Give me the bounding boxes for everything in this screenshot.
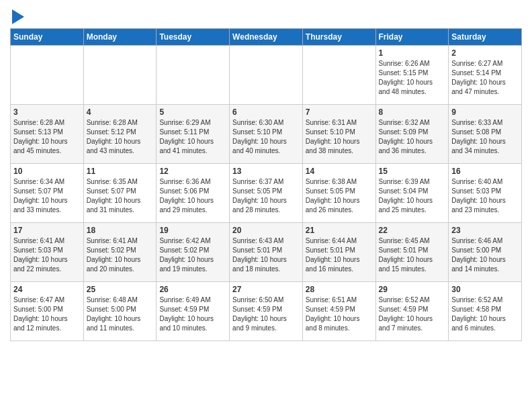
calendar-cell-4-4: 20Sunrise: 6:43 AM Sunset: 5:01 PM Dayli… xyxy=(230,223,303,282)
weekday-header-row: SundayMondayTuesdayWednesdayThursdayFrid… xyxy=(11,29,522,46)
calendar-cell-2-7: 9Sunrise: 6:33 AM Sunset: 5:08 PM Daylig… xyxy=(449,105,522,164)
calendar-cell-1-4 xyxy=(230,46,303,105)
day-info: Sunrise: 6:27 AM Sunset: 5:14 PM Dayligh… xyxy=(451,59,519,97)
weekday-header-monday: Monday xyxy=(83,29,157,46)
header xyxy=(10,7,522,23)
weekday-header-friday: Friday xyxy=(375,29,449,46)
calendar-cell-1-3 xyxy=(157,46,230,105)
day-info: Sunrise: 6:40 AM Sunset: 5:03 PM Dayligh… xyxy=(451,177,519,215)
calendar-cell-3-6: 15Sunrise: 6:39 AM Sunset: 5:04 PM Dayli… xyxy=(375,164,449,223)
calendar-cell-1-6: 1Sunrise: 6:26 AM Sunset: 5:15 PM Daylig… xyxy=(375,46,449,105)
weekday-header-tuesday: Tuesday xyxy=(157,29,230,46)
day-info: Sunrise: 6:37 AM Sunset: 5:05 PM Dayligh… xyxy=(232,177,300,215)
day-info: Sunrise: 6:52 AM Sunset: 4:58 PM Dayligh… xyxy=(451,295,519,333)
day-info: Sunrise: 6:41 AM Sunset: 5:03 PM Dayligh… xyxy=(13,236,81,274)
calendar-cell-5-3: 26Sunrise: 6:49 AM Sunset: 4:59 PM Dayli… xyxy=(157,282,230,341)
day-number: 5 xyxy=(159,107,226,117)
day-info: Sunrise: 6:32 AM Sunset: 5:09 PM Dayligh… xyxy=(379,118,446,156)
day-info: Sunrise: 6:28 AM Sunset: 5:12 PM Dayligh… xyxy=(87,118,154,156)
day-info: Sunrise: 6:36 AM Sunset: 5:06 PM Dayligh… xyxy=(159,177,226,215)
day-info: Sunrise: 6:46 AM Sunset: 5:00 PM Dayligh… xyxy=(451,236,519,274)
day-number: 26 xyxy=(159,285,226,294)
calendar-cell-5-5: 28Sunrise: 6:51 AM Sunset: 4:59 PM Dayli… xyxy=(302,282,375,341)
calendar-cell-5-1: 24Sunrise: 6:47 AM Sunset: 5:00 PM Dayli… xyxy=(11,282,84,341)
logo xyxy=(10,9,24,23)
day-info: Sunrise: 6:31 AM Sunset: 5:10 PM Dayligh… xyxy=(306,118,373,156)
day-number: 18 xyxy=(87,226,154,235)
calendar-cell-3-5: 14Sunrise: 6:38 AM Sunset: 5:05 PM Dayli… xyxy=(302,164,375,223)
day-number: 21 xyxy=(306,226,373,235)
day-info: Sunrise: 6:33 AM Sunset: 5:08 PM Dayligh… xyxy=(451,118,519,156)
calendar-cell-3-7: 16Sunrise: 6:40 AM Sunset: 5:03 PM Dayli… xyxy=(449,164,522,223)
day-number: 2 xyxy=(451,48,519,58)
day-info: Sunrise: 6:47 AM Sunset: 5:00 PM Dayligh… xyxy=(13,295,81,333)
day-number: 28 xyxy=(306,285,373,294)
day-number: 20 xyxy=(232,226,300,235)
calendar-cell-2-2: 4Sunrise: 6:28 AM Sunset: 5:12 PM Daylig… xyxy=(83,105,157,164)
calendar-week-2: 3Sunrise: 6:28 AM Sunset: 5:13 PM Daylig… xyxy=(11,105,522,164)
day-info: Sunrise: 6:50 AM Sunset: 4:59 PM Dayligh… xyxy=(232,295,300,333)
day-info: Sunrise: 6:49 AM Sunset: 4:59 PM Dayligh… xyxy=(159,295,226,333)
day-number: 14 xyxy=(306,167,373,176)
day-info: Sunrise: 6:45 AM Sunset: 5:01 PM Dayligh… xyxy=(379,236,446,274)
day-number: 19 xyxy=(159,226,226,235)
calendar-cell-3-4: 13Sunrise: 6:37 AM Sunset: 5:05 PM Dayli… xyxy=(230,164,303,223)
calendar-cell-3-3: 12Sunrise: 6:36 AM Sunset: 5:06 PM Dayli… xyxy=(157,164,230,223)
calendar-cell-2-4: 6Sunrise: 6:30 AM Sunset: 5:10 PM Daylig… xyxy=(230,105,303,164)
day-info: Sunrise: 6:44 AM Sunset: 5:01 PM Dayligh… xyxy=(306,236,373,274)
day-info: Sunrise: 6:42 AM Sunset: 5:02 PM Dayligh… xyxy=(159,236,226,274)
calendar-cell-3-1: 10Sunrise: 6:34 AM Sunset: 5:07 PM Dayli… xyxy=(11,164,84,223)
day-number: 24 xyxy=(13,285,81,294)
logo-arrow-icon xyxy=(12,9,24,24)
day-info: Sunrise: 6:52 AM Sunset: 4:59 PM Dayligh… xyxy=(379,295,446,333)
day-number: 30 xyxy=(451,285,519,294)
calendar-cell-2-5: 7Sunrise: 6:31 AM Sunset: 5:10 PM Daylig… xyxy=(302,105,375,164)
day-info: Sunrise: 6:38 AM Sunset: 5:05 PM Dayligh… xyxy=(306,177,373,215)
day-info: Sunrise: 6:39 AM Sunset: 5:04 PM Dayligh… xyxy=(379,177,446,215)
day-number: 23 xyxy=(451,226,519,235)
day-info: Sunrise: 6:26 AM Sunset: 5:15 PM Dayligh… xyxy=(379,59,446,97)
calendar-cell-4-1: 17Sunrise: 6:41 AM Sunset: 5:03 PM Dayli… xyxy=(11,223,84,282)
calendar-cell-5-2: 25Sunrise: 6:48 AM Sunset: 5:00 PM Dayli… xyxy=(83,282,157,341)
calendar-cell-4-2: 18Sunrise: 6:41 AM Sunset: 5:02 PM Dayli… xyxy=(83,223,157,282)
day-info: Sunrise: 6:29 AM Sunset: 5:11 PM Dayligh… xyxy=(159,118,226,156)
calendar-cell-1-2 xyxy=(83,46,157,105)
day-number: 9 xyxy=(451,107,519,117)
calendar-cell-4-3: 19Sunrise: 6:42 AM Sunset: 5:02 PM Dayli… xyxy=(157,223,230,282)
day-number: 29 xyxy=(379,285,446,294)
weekday-header-thursday: Thursday xyxy=(302,29,375,46)
calendar-cell-2-1: 3Sunrise: 6:28 AM Sunset: 5:13 PM Daylig… xyxy=(11,105,84,164)
day-number: 3 xyxy=(13,107,81,117)
day-info: Sunrise: 6:30 AM Sunset: 5:10 PM Dayligh… xyxy=(232,118,300,156)
calendar-cell-3-2: 11Sunrise: 6:35 AM Sunset: 5:07 PM Dayli… xyxy=(83,164,157,223)
day-info: Sunrise: 6:35 AM Sunset: 5:07 PM Dayligh… xyxy=(87,177,154,215)
calendar-cell-1-5 xyxy=(302,46,375,105)
day-number: 10 xyxy=(13,167,81,176)
day-number: 17 xyxy=(13,226,81,235)
calendar-cell-4-5: 21Sunrise: 6:44 AM Sunset: 5:01 PM Dayli… xyxy=(302,223,375,282)
page: SundayMondayTuesdayWednesdayThursdayFrid… xyxy=(0,0,532,351)
calendar-cell-1-1 xyxy=(11,46,84,105)
calendar-week-4: 17Sunrise: 6:41 AM Sunset: 5:03 PM Dayli… xyxy=(11,223,522,282)
day-number: 13 xyxy=(232,167,300,176)
day-number: 6 xyxy=(232,107,300,117)
weekday-header-sunday: Sunday xyxy=(11,29,84,46)
logo-text xyxy=(10,9,24,24)
day-info: Sunrise: 6:43 AM Sunset: 5:01 PM Dayligh… xyxy=(232,236,300,274)
logo-block xyxy=(10,9,24,23)
day-number: 15 xyxy=(379,167,446,176)
svg-marker-0 xyxy=(12,9,24,24)
weekday-header-saturday: Saturday xyxy=(449,29,522,46)
day-number: 27 xyxy=(232,285,300,294)
day-number: 1 xyxy=(379,48,446,58)
calendar-week-1: 1Sunrise: 6:26 AM Sunset: 5:15 PM Daylig… xyxy=(11,46,522,105)
day-info: Sunrise: 6:28 AM Sunset: 5:13 PM Dayligh… xyxy=(13,118,81,156)
calendar-cell-5-4: 27Sunrise: 6:50 AM Sunset: 4:59 PM Dayli… xyxy=(230,282,303,341)
day-number: 12 xyxy=(159,167,226,176)
calendar-table: SundayMondayTuesdayWednesdayThursdayFrid… xyxy=(10,28,522,341)
day-info: Sunrise: 6:41 AM Sunset: 5:02 PM Dayligh… xyxy=(87,236,154,274)
calendar-cell-2-6: 8Sunrise: 6:32 AM Sunset: 5:09 PM Daylig… xyxy=(375,105,449,164)
calendar-week-5: 24Sunrise: 6:47 AM Sunset: 5:00 PM Dayli… xyxy=(11,282,522,341)
day-number: 4 xyxy=(87,107,154,117)
day-number: 7 xyxy=(306,107,373,117)
